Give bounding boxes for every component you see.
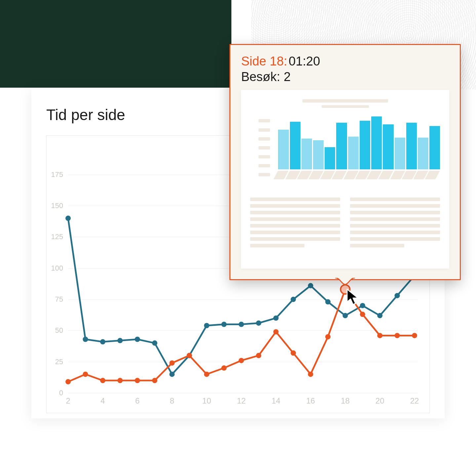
mini-bar [278, 130, 289, 169]
data-point[interactable] [187, 353, 192, 358]
data-point[interactable] [100, 378, 105, 383]
mini-bar [290, 122, 300, 169]
data-point[interactable] [273, 329, 279, 334]
mini-y-axis [250, 113, 270, 179]
data-point[interactable] [342, 313, 348, 318]
data-point[interactable] [83, 371, 88, 377]
mini-bar [383, 124, 393, 169]
x-tick-label: 10 [202, 396, 211, 406]
data-point[interactable] [135, 378, 140, 383]
mini-bar [429, 126, 440, 169]
x-tick-label: 6 [135, 396, 139, 406]
data-point[interactable] [360, 312, 365, 317]
mini-bar [360, 121, 370, 169]
mini-bar [336, 123, 347, 169]
data-point[interactable] [152, 378, 157, 383]
mini-bar [313, 140, 324, 169]
y-axis: 0255075100125150175 [47, 162, 66, 393]
mini-bar [301, 139, 312, 169]
data-point[interactable] [395, 293, 400, 298]
mini-subtitle-placeholder [322, 105, 369, 108]
data-point[interactable] [256, 321, 261, 326]
y-tick-label: 150 [51, 201, 63, 210]
x-tick-label: 4 [100, 396, 105, 406]
x-tick-label: 20 [376, 396, 384, 406]
data-point[interactable] [100, 339, 105, 344]
data-point[interactable] [325, 334, 331, 339]
x-tick-label: 16 [306, 396, 315, 406]
data-point[interactable] [169, 360, 175, 366]
tooltip-time-value: 01:20 [289, 54, 320, 68]
data-point[interactable] [169, 371, 175, 377]
tooltip-page-preview [241, 90, 449, 269]
y-tick-label: 0 [59, 389, 63, 397]
chart-tooltip: Side 18: 01:20 Besøk: 2 [229, 44, 461, 280]
y-tick-label: 25 [55, 358, 63, 366]
y-tick-label: 50 [55, 326, 63, 335]
mini-bar [325, 147, 335, 169]
data-point[interactable] [377, 313, 382, 318]
y-tick-label: 175 [51, 170, 63, 179]
tooltip-page-label: Side 18: [241, 54, 287, 68]
x-tick-label: 18 [341, 396, 350, 406]
header-dark-band [0, 0, 231, 88]
data-point[interactable] [221, 366, 227, 371]
tooltip-header: Side 18: 01:20 Besøk: 2 [230, 45, 460, 90]
data-point[interactable] [239, 322, 244, 327]
mini-bar [418, 138, 428, 169]
x-tick-label: 22 [410, 396, 419, 406]
mini-bar [406, 123, 417, 169]
data-point[interactable] [273, 316, 279, 321]
mini-bar-chart [278, 116, 440, 169]
data-point[interactable] [308, 283, 313, 288]
mini-title-placeholder [302, 99, 388, 103]
data-point[interactable] [377, 333, 382, 338]
data-point[interactable] [65, 379, 71, 384]
data-point[interactable] [221, 322, 227, 327]
data-point[interactable] [135, 337, 140, 342]
data-point[interactable] [291, 297, 296, 302]
data-point[interactable] [291, 350, 296, 356]
mini-bar [395, 138, 405, 169]
y-tick-label: 75 [55, 295, 63, 304]
data-point[interactable] [308, 371, 313, 377]
data-point[interactable] [152, 340, 157, 346]
tooltip-visits-label: Besøk: [241, 70, 280, 84]
data-point[interactable] [117, 338, 123, 343]
x-tick-label: 2 [66, 396, 70, 406]
data-point[interactable] [65, 216, 71, 221]
mini-paragraphs [250, 197, 440, 247]
x-tick-label: 14 [271, 396, 280, 406]
data-point[interactable] [239, 358, 244, 363]
x-tick-label: 8 [170, 396, 174, 406]
data-point[interactable] [256, 353, 261, 358]
tooltip-visits-value: 2 [284, 70, 291, 84]
mini-x-labels [278, 171, 440, 179]
mini-bar [371, 116, 382, 169]
data-point[interactable] [83, 337, 88, 342]
data-point[interactable] [204, 323, 209, 328]
mini-bar [348, 137, 359, 169]
data-point[interactable] [395, 333, 400, 338]
data-point[interactable] [360, 303, 365, 308]
x-tick-label: 12 [237, 396, 246, 406]
data-point[interactable] [325, 299, 331, 305]
data-point[interactable] [204, 371, 209, 377]
x-axis: 246810121416182022 [68, 396, 415, 410]
tooltip-tail [335, 278, 355, 285]
y-tick-label: 100 [51, 264, 63, 273]
y-tick-label: 125 [51, 233, 63, 241]
data-point[interactable] [117, 378, 123, 383]
hover-point-ring [340, 285, 350, 294]
data-point[interactable] [412, 333, 417, 338]
